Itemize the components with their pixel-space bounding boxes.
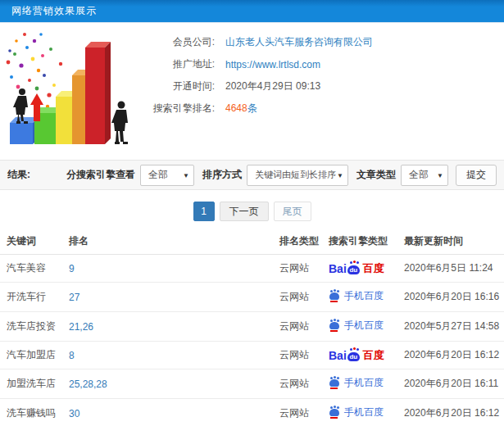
result-label: 结果: [7,168,30,182]
rank-cell: 25,28,28 [66,369,276,399]
rank-cell: 30 [66,399,276,426]
header-rank-type: 排名类型 [276,229,325,255]
article-type-select[interactable]: 全部 ▼ [401,165,448,186]
rank-cell: 9 [66,255,276,283]
update-time-cell: 2020年6月20日 16:12 [401,399,504,426]
rank-count-label: 搜索引擎排名: [149,102,215,116]
mobile-baidu-logo: 手机百度 [329,406,384,419]
header-keyword: 关键词 [0,229,66,255]
top-section: 会员公司: 山东老人头汽车服务咨询有限公司 推广地址: https://www.… [0,23,504,157]
results-table: 关键词 排名 排名类型 搜索引擎类型 最新更新时间 汽车美容9云网站Baidu百… [0,229,504,426]
baidu-paw-icon: du [347,348,361,361]
submit-button[interactable]: 提交 [456,165,497,186]
rank-cell: 27 [66,283,276,312]
table-row: 汽车美容9云网站Baidu百度2020年6月5日 11:24 [0,255,504,283]
sort-value: 关键词由短到长排序 [255,169,336,181]
caret-down-icon: ▼ [437,172,443,179]
sort-label: 排序方式 [202,168,242,182]
keyword-cell: 开洗车行 [0,283,66,312]
rank-type-cell: 云网站 [276,369,325,399]
open-time-label: 开通时间: [149,79,215,93]
table-row: 洗车店投资21,26云网站手机百度2020年5月27日 14:58 [0,312,504,342]
promo-url-link[interactable]: https://www.lrtlsd.com [225,59,320,70]
info-row-open-time: 开通时间: 2020年4月29日 09:13 [149,75,504,97]
company-label: 会员公司: [149,35,215,49]
rank-cell: 8 [66,342,276,369]
table-row: 开洗车行27云网站手机百度2020年6月20日 16:16 [0,283,504,312]
baidu-paw-icon: du [347,261,361,274]
page-title: 网络营销效果展示 [0,4,97,18]
table-row: 洗车赚钱吗30云网站手机百度2020年6月20日 16:12 [0,399,504,426]
rank-type-cell: 云网站 [276,255,325,283]
article-type-label: 文章类型 [356,168,396,182]
update-time-cell: 2020年5月27日 14:58 [401,312,504,342]
engine-filter-label: 分搜索引擎查看 [66,168,135,182]
person-right [111,102,128,145]
app-header: 网络营销效果展示 [0,0,504,23]
sort-select[interactable]: 关键词由短到长排序 ▼ [247,165,348,186]
keyword-cell: 加盟洗车店 [0,369,66,399]
company-link[interactable]: 山东老人头汽车服务咨询有限公司 [225,36,373,48]
update-time-cell: 2020年6月20日 16:11 [401,369,504,399]
bar-red [85,42,111,144]
engine-type-cell: 手机百度 [325,312,401,342]
table-header-row: 关键词 排名 排名类型 搜索引擎类型 最新更新时间 [0,229,504,255]
mobile-baidu-logo: 手机百度 [329,376,384,390]
keyword-cell: 洗车店投资 [0,312,66,342]
info-row-rank-count: 搜索引擎排名: 4648条 [149,97,504,120]
engine-type-cell: Baidu百度 [325,342,401,369]
table-row: 汽车加盟店8云网站Baidu百度2020年6月20日 16:12 [0,342,504,369]
engine-type-cell: 手机百度 [325,283,401,312]
filter-bar: 结果: 分搜索引擎查看 全部 ▼ 排序方式 关键词由短到长排序 ▼ 文章类型 全… [0,160,504,190]
bar-chart-illustration-svg [0,23,149,156]
mobile-baidu-paw-icon [329,290,340,302]
engine-filter-value: 全部 [148,168,168,182]
caret-down-icon: ▼ [337,172,343,179]
header-rank: 排名 [66,229,276,255]
engine-type-cell: Baidu百度 [325,255,401,283]
bar-chart-illustration [0,23,149,156]
table-row: 加盟洗车店25,28,28云网站手机百度2020年6月20日 16:11 [0,369,504,399]
update-time-cell: 2020年6月20日 16:16 [401,283,504,312]
rank-type-cell: 云网站 [276,342,325,369]
rank-count-number: 4648 [225,102,247,114]
engine-filter-select[interactable]: 全部 ▼ [140,165,194,186]
rank-cell: 21,26 [66,312,276,342]
next-page-button[interactable]: 下一页 [220,202,269,221]
article-type-value: 全部 [409,168,429,182]
keyword-cell: 洗车赚钱吗 [0,399,66,426]
url-label: 推广地址: [149,57,215,71]
open-time-value: 2020年4月29日 09:13 [225,79,320,93]
caret-down-icon: ▼ [183,172,189,179]
page-1-button[interactable]: 1 [193,202,215,221]
rank-type-cell: 云网站 [276,312,325,342]
rank-count-unit: 条 [247,102,257,114]
update-time-cell: 2020年6月20日 16:12 [401,342,504,369]
baidu-logo: Baidu百度 [329,261,384,274]
rank-type-cell: 云网站 [276,283,325,312]
pagination: 1 下一页 尾页 [0,202,504,221]
mobile-baidu-logo: 手机百度 [329,319,384,333]
info-row-url: 推广地址: https://www.lrtlsd.com [149,53,504,75]
mobile-baidu-paw-icon [329,406,340,419]
rank-type-cell: 云网站 [276,399,325,426]
keyword-cell: 汽车美容 [0,255,66,283]
member-info: 会员公司: 山东老人头汽车服务咨询有限公司 推广地址: https://www.… [149,23,504,157]
last-page-button[interactable]: 尾页 [274,202,311,221]
keyword-cell: 汽车加盟店 [0,342,66,369]
header-update-time: 最新更新时间 [401,229,504,255]
mobile-baidu-logo: 手机百度 [329,289,384,303]
engine-type-cell: 手机百度 [325,399,401,426]
baidu-logo: Baidu百度 [329,348,384,361]
engine-type-cell: 手机百度 [325,369,401,399]
info-row-company: 会员公司: 山东老人头汽车服务咨询有限公司 [149,31,504,53]
mobile-baidu-paw-icon [329,320,340,332]
update-time-cell: 2020年6月5日 11:24 [401,255,504,283]
mobile-baidu-paw-icon [329,377,340,389]
header-engine-type: 搜索引擎类型 [325,229,401,255]
